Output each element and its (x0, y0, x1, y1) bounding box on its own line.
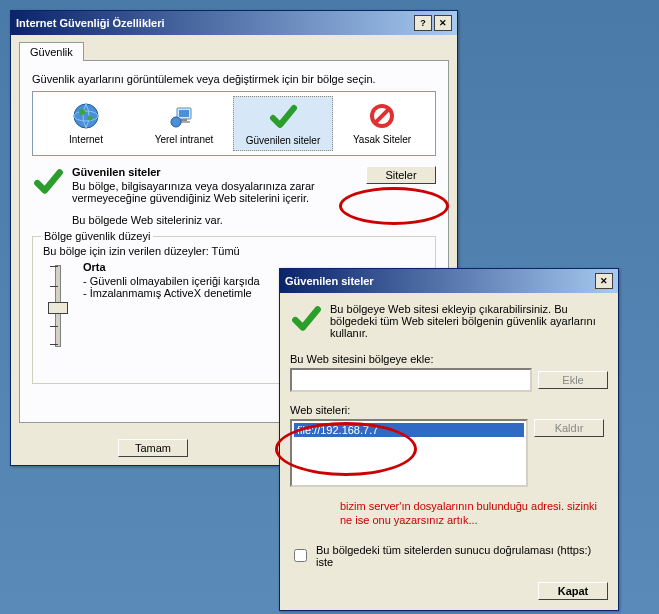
zone-intranet[interactable]: Yerel intranet (135, 96, 233, 151)
require-https-checkbox[interactable] (294, 549, 307, 562)
prohibited-icon (335, 100, 429, 132)
check-icon (290, 303, 322, 337)
checkbox-label: Bu bölgedeki tüm sitelerden sunucu doğru… (316, 544, 608, 568)
globe-icon (39, 100, 133, 132)
main-titlebar: Internet Güvenliği Özellikleri ? ✕ (11, 11, 457, 35)
level-line1: - Güvenli olmayabilen içeriği karşıda (83, 275, 260, 287)
close-button[interactable]: ✕ (434, 15, 452, 31)
security-slider[interactable] (43, 261, 73, 347)
svg-point-0 (74, 104, 98, 128)
zone-trusted[interactable]: Güvenilen siteler (233, 96, 333, 151)
dialog-titlebar: Güvenilen siteler ✕ (280, 269, 618, 293)
tab-security[interactable]: Güvenlik (19, 42, 84, 61)
svg-point-2 (79, 109, 85, 115)
zone-status: Bu bölgede Web siteleriniz var. (72, 214, 358, 226)
close-dialog-button[interactable]: Kapat (538, 582, 608, 600)
zone-restricted[interactable]: Yasak Siteler (333, 96, 431, 151)
close-button[interactable]: ✕ (595, 273, 613, 289)
help-button[interactable]: ? (414, 15, 432, 31)
list-label: Web siteleri: (290, 404, 608, 416)
add-button[interactable]: Ekle (538, 371, 608, 389)
zone-label: Yasak Siteler (335, 134, 429, 145)
zone-instruction: Güvenlik ayarlarını görüntülemek veya de… (32, 73, 436, 85)
add-site-input[interactable] (290, 368, 532, 392)
zone-label: Güvenilen siteler (236, 135, 330, 146)
level-line2: - İmzalanmamış ActiveX denetimle (83, 287, 260, 299)
allowed-levels: Bu bölge için izin verilen düzeyler: Tüm… (43, 245, 425, 257)
annotation-text: bizim server'ın dosyalarının bulunduğu a… (340, 499, 608, 528)
ok-button[interactable]: Tamam (118, 439, 188, 457)
sites-button[interactable]: Siteler (366, 166, 436, 184)
zone-label: Yerel intranet (137, 134, 231, 145)
dialog-title: Güvenilen siteler (285, 275, 595, 287)
check-icon (236, 101, 330, 133)
zone-label: Internet (39, 134, 133, 145)
check-icon (32, 166, 64, 200)
intranet-icon (137, 100, 231, 132)
zone-list: Internet Yerel intranet Güvenilen sitele… (32, 91, 436, 156)
zone-internet[interactable]: Internet (37, 96, 135, 151)
add-label: Bu Web sitesini bölgeye ekle: (290, 353, 608, 365)
svg-point-8 (171, 117, 181, 127)
sites-listbox[interactable]: file://192.168.7.7 (290, 419, 528, 487)
zone-title: Güvenilen siteler (72, 166, 358, 178)
level-name: Orta (83, 261, 260, 273)
remove-button[interactable]: Kaldır (534, 419, 604, 437)
dialog-info: Bu bölgeye Web sitesi ekleyip çıkarabili… (330, 303, 608, 339)
main-title: Internet Güvenliği Özellikleri (16, 17, 414, 29)
svg-rect-6 (181, 119, 187, 121)
list-item[interactable]: file://192.168.7.7 (294, 423, 524, 437)
zone-desc: Bu bölge, bilgisayarınıza veya dosyaları… (72, 180, 358, 204)
svg-point-3 (88, 116, 93, 121)
svg-rect-5 (179, 110, 189, 117)
level-legend: Bölge güvenlik düzeyi (41, 230, 153, 242)
